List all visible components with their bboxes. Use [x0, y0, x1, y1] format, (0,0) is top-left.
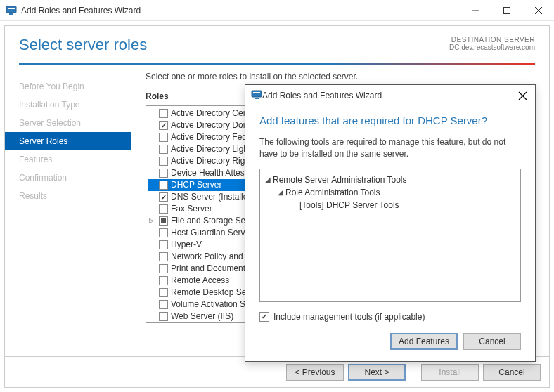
svg-rect-7	[252, 91, 262, 97]
step-confirmation[interactable]: Confirmation	[5, 169, 131, 187]
destination-server-name: DC.dev.recastsoftware.com	[449, 44, 535, 51]
required-features-dialog: Add Roles and Features Wizard Add featur…	[245, 84, 536, 362]
step-before-you-begin[interactable]: Before You Begin	[5, 77, 131, 96]
collapse-icon: ◢	[264, 174, 271, 186]
add-features-button[interactable]: Add Features	[390, 333, 458, 350]
dialog-question: Add features that are required for DHCP …	[259, 115, 521, 126]
tree-node[interactable]: [Tools] DHCP Server Tools	[264, 199, 516, 211]
window-title: Add Roles and Features Wizard	[21, 6, 459, 15]
instruction-text: Select one or more roles to install on t…	[146, 72, 535, 81]
cancel-button[interactable]: Cancel	[483, 364, 541, 381]
dialog-title: Add Roles and Features Wizard	[262, 91, 514, 100]
wizard-steps: Before You Begin Installation Type Serve…	[5, 70, 131, 344]
step-server-roles[interactable]: Server Roles	[5, 132, 131, 150]
previous-button[interactable]: < Previous	[286, 364, 344, 381]
dialog-titlebar: Add Roles and Features Wizard	[245, 85, 535, 106]
tree-node[interactable]: ◢Role Administration Tools	[264, 186, 516, 199]
server-manager-icon	[6, 5, 17, 16]
include-mgmt-tools-row[interactable]: Include management tools (if applicable)	[259, 312, 521, 322]
step-features[interactable]: Features	[5, 150, 131, 169]
tree-node[interactable]: ◢Remote Server Administration Tools	[264, 174, 516, 186]
include-mgmt-tools-checkbox[interactable]	[259, 312, 269, 322]
next-button[interactable]: Next >	[348, 364, 406, 381]
page-title: Select server roles	[19, 36, 449, 54]
svg-rect-0	[6, 6, 16, 13]
dialog-close-button[interactable]	[514, 87, 531, 104]
close-button[interactable]	[522, 0, 554, 21]
server-manager-icon	[251, 89, 262, 103]
svg-rect-4	[503, 7, 510, 13]
required-features-tree[interactable]: ◢Remote Server Administration Tools ◢Rol…	[259, 169, 521, 302]
minimize-button[interactable]	[459, 0, 491, 21]
step-results[interactable]: Results	[5, 187, 131, 205]
step-server-selection[interactable]: Server Selection	[5, 114, 131, 132]
maximize-button[interactable]	[491, 0, 522, 21]
accent-divider	[19, 63, 535, 65]
svg-rect-9	[255, 98, 259, 99]
dialog-cancel-button[interactable]: Cancel	[463, 333, 521, 350]
install-button[interactable]: Install	[421, 364, 479, 381]
svg-rect-1	[8, 8, 15, 9]
include-mgmt-tools-label: Include management tools (if applicable)	[273, 312, 425, 322]
collapse-icon: ◢	[277, 186, 284, 199]
svg-rect-2	[9, 13, 13, 15]
step-installation-type[interactable]: Installation Type	[5, 96, 131, 114]
dialog-info-text: The following tools are required to mana…	[259, 136, 521, 160]
destination-block: DESTINATION SERVER DC.dev.recastsoftware…	[449, 36, 535, 51]
titlebar: Add Roles and Features Wizard	[0, 0, 554, 21]
window-controls	[459, 0, 554, 21]
destination-label: DESTINATION SERVER	[449, 36, 535, 44]
svg-rect-8	[253, 92, 260, 93]
